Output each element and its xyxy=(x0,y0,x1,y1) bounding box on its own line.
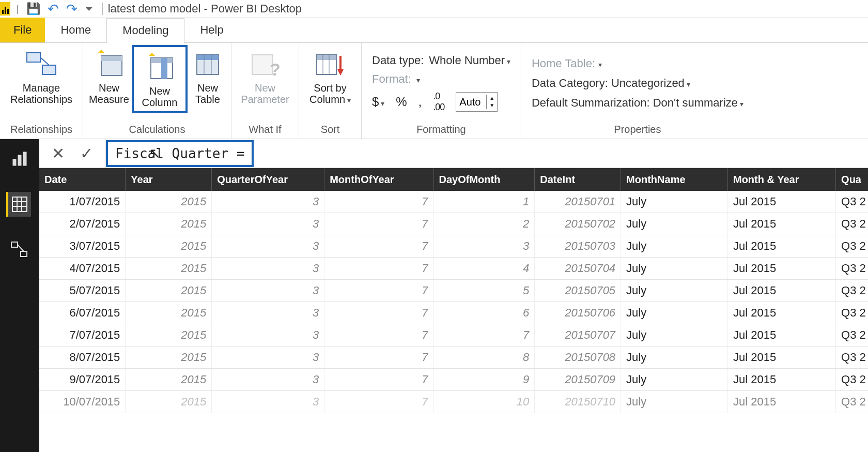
cell[interactable]: 2/07/2015 xyxy=(39,213,126,235)
column-header[interactable]: Qua xyxy=(836,168,868,191)
cell[interactable]: 2015 xyxy=(126,235,212,258)
cell[interactable]: Q3 2 xyxy=(836,391,868,413)
cell[interactable]: 7 xyxy=(324,302,433,324)
cell[interactable]: 7 xyxy=(324,235,433,258)
save-icon[interactable]: 💾 xyxy=(26,2,40,16)
cell[interactable]: 2015 xyxy=(126,391,212,413)
new-column-button[interactable]: New Column xyxy=(135,48,184,110)
cell[interactable]: 6 xyxy=(433,302,535,324)
cell[interactable]: 7 xyxy=(324,258,433,280)
cell[interactable]: 20150710 xyxy=(535,391,621,413)
manage-relationships-button[interactable]: Manage Relationships xyxy=(5,45,78,107)
cell[interactable]: July xyxy=(621,324,728,346)
cell[interactable]: 2015 xyxy=(126,302,212,324)
cell[interactable]: 9/07/2015 xyxy=(39,369,126,391)
cell[interactable]: Q3 2 xyxy=(836,235,868,258)
cell[interactable]: 20150702 xyxy=(535,213,621,235)
cell[interactable]: 3 xyxy=(212,369,324,391)
cell[interactable]: Q3 2 xyxy=(836,191,868,213)
cell[interactable]: 2015 xyxy=(126,258,212,280)
cell[interactable]: Jul 2015 xyxy=(727,324,835,346)
column-header[interactable]: QuarterOfYear xyxy=(212,168,324,191)
cell[interactable]: 20150701 xyxy=(535,191,621,213)
qat-customize-icon[interactable]: ⏷ xyxy=(85,4,94,14)
table-row[interactable]: 3/07/2015201537320150703JulyJul 2015Q3 2 xyxy=(39,235,868,258)
cell[interactable]: 2015 xyxy=(126,280,212,302)
cell[interactable]: 3 xyxy=(212,346,324,369)
datatype-row[interactable]: Data type: Whole Number xyxy=(372,54,510,67)
cell[interactable]: 6/07/2015 xyxy=(39,302,126,324)
formula-accept-icon[interactable]: ✓ xyxy=(80,144,93,162)
cell[interactable]: 2015 xyxy=(126,369,212,391)
report-view-button[interactable] xyxy=(7,146,32,171)
cell[interactable]: Jul 2015 xyxy=(727,280,835,302)
tab-file[interactable]: File xyxy=(0,18,45,42)
formula-cancel-icon[interactable]: ✕ xyxy=(52,144,65,162)
cell[interactable]: 7/07/2015 xyxy=(39,324,126,346)
cell[interactable]: Jul 2015 xyxy=(727,346,835,369)
datacategory-dropdown[interactable]: Uncategorized xyxy=(611,77,690,89)
column-header[interactable]: MonthOfYear xyxy=(324,168,433,191)
cell[interactable]: 7 xyxy=(324,213,433,235)
decimal-icon[interactable]: .0.00 xyxy=(433,91,444,113)
table-row[interactable]: 5/07/2015201537520150705JulyJul 2015Q3 2 xyxy=(39,280,868,302)
cell[interactable]: 7 xyxy=(324,280,433,302)
cell[interactable]: 2015 xyxy=(126,324,212,346)
cell[interactable]: 3 xyxy=(212,324,324,346)
cell[interactable]: 3 xyxy=(212,302,324,324)
summarization-row[interactable]: Default Summarization: Don't summarize xyxy=(532,96,743,110)
cell[interactable]: Q3 2 xyxy=(836,324,868,346)
cell[interactable]: Q3 2 xyxy=(836,213,868,235)
table-row[interactable]: 4/07/2015201537420150704JulyJul 2015Q3 2 xyxy=(39,258,868,280)
cell[interactable]: 2015 xyxy=(126,213,212,235)
column-header[interactable]: MonthName xyxy=(621,168,728,191)
cell[interactable]: 2015 xyxy=(126,191,212,213)
tab-home[interactable]: Home xyxy=(45,18,106,42)
cell[interactable]: 20150706 xyxy=(535,302,621,324)
spin-up-icon[interactable]: ▲ xyxy=(487,95,497,102)
cell[interactable]: Q3 2 xyxy=(836,280,868,302)
cell[interactable]: Q3 2 xyxy=(836,258,868,280)
cell[interactable]: July xyxy=(621,346,728,369)
decimals-input[interactable] xyxy=(456,96,486,108)
new-measure-button[interactable]: New Measure xyxy=(88,45,130,107)
column-header[interactable]: Year xyxy=(126,168,212,191)
table-row[interactable]: 7/07/2015201537720150707JulyJul 2015Q3 2 xyxy=(39,324,868,346)
cell[interactable]: 2 xyxy=(433,213,535,235)
cell[interactable]: July xyxy=(621,302,728,324)
cell[interactable]: 10/07/2015 xyxy=(39,391,126,413)
cell[interactable]: 3/07/2015 xyxy=(39,235,126,258)
column-header[interactable]: DateInt xyxy=(535,168,621,191)
cell[interactable]: July xyxy=(621,369,728,391)
cell[interactable]: 1/07/2015 xyxy=(39,191,126,213)
formula-input[interactable]: Fiscal Quarter = xyxy=(106,140,254,167)
cell[interactable]: 4 xyxy=(433,258,535,280)
cell[interactable]: 1 xyxy=(433,191,535,213)
cell[interactable]: 7 xyxy=(324,369,433,391)
cell[interactable]: 7 xyxy=(324,324,433,346)
cell[interactable]: Jul 2015 xyxy=(727,235,835,258)
cell[interactable]: 3 xyxy=(212,258,324,280)
column-header[interactable]: Date xyxy=(39,168,126,191)
table-row[interactable]: 1/07/2015201537120150701JulyJul 2015Q3 2 xyxy=(39,191,868,213)
cell[interactable]: 3 xyxy=(212,280,324,302)
cell[interactable]: Jul 2015 xyxy=(727,213,835,235)
cell[interactable]: 3 xyxy=(212,391,324,413)
cell[interactable]: 7 xyxy=(324,391,433,413)
tab-help[interactable]: Help xyxy=(184,18,239,42)
table-row[interactable]: 2/07/2015201537220150702JulyJul 2015Q3 2 xyxy=(39,213,868,235)
cell[interactable]: Jul 2015 xyxy=(727,369,835,391)
cell[interactable]: 8/07/2015 xyxy=(39,346,126,369)
table-row[interactable]: 6/07/2015201537620150706JulyJul 2015Q3 2 xyxy=(39,302,868,324)
cell[interactable]: Q3 2 xyxy=(836,346,868,369)
table-row[interactable]: 8/07/2015201537820150708JulyJul 2015Q3 2 xyxy=(39,346,868,369)
cell[interactable]: July xyxy=(621,191,728,213)
currency-button[interactable]: $ xyxy=(372,95,384,109)
cell[interactable]: Q3 2 xyxy=(836,369,868,391)
cell[interactable]: 3 xyxy=(212,235,324,258)
tab-modeling[interactable]: Modeling xyxy=(106,18,184,43)
cell[interactable]: July xyxy=(621,391,728,413)
cell[interactable]: July xyxy=(621,213,728,235)
data-grid[interactable]: DateYearQuarterOfYearMonthOfYearDayOfMon… xyxy=(39,168,868,452)
spin-down-icon[interactable]: ▼ xyxy=(487,102,497,109)
